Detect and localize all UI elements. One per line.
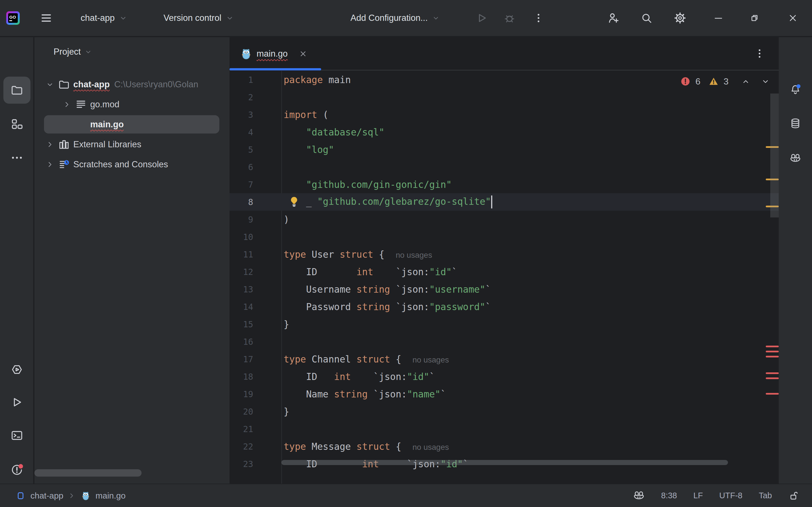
line-number: 12 [230,267,253,277]
window-minimize-button[interactable] [713,0,724,36]
editor-options-button[interactable] [754,48,765,60]
chevron-right-icon[interactable] [43,160,56,169]
vcs-widget-button[interactable]: Version control [163,0,234,36]
breadcrumb-file[interactable]: main.go [96,491,126,501]
error-stripe-mark[interactable] [766,378,779,379]
chevron-down-icon[interactable] [43,80,56,89]
code-line-17[interactable]: 17type Channel struct { no usages [230,350,779,368]
code-line-2[interactable]: 2 [230,89,779,106]
previous-problem-button[interactable] [740,75,752,87]
run-tool-button[interactable] [3,389,31,416]
tree-item-main-go[interactable]: main.go [35,114,230,134]
code-text: import ( [284,109,328,120]
next-problem-button[interactable] [760,75,771,87]
code-line-11[interactable]: 11type User struct { no usages [230,245,779,263]
more-actions-button[interactable] [533,0,544,36]
tree-item-chat-app[interactable]: chat-appC:\Users\ryan0\Golan [35,74,230,94]
main-menu-button[interactable] [40,0,52,36]
error-stripe-mark[interactable] [766,351,779,352]
settings-button[interactable] [673,0,687,36]
code-line-13[interactable]: 13 Username string `json:"username"` [230,281,779,298]
line-number: 1 [230,75,253,85]
structure-icon [10,117,24,131]
error-stripe-mark[interactable] [766,346,779,347]
line-number: 3 [230,110,253,120]
project-panel-header[interactable]: Project [54,47,93,57]
line-separator[interactable]: LF [693,491,703,500]
play-big-icon [10,395,24,409]
file-encoding[interactable]: UTF-8 [719,491,742,500]
code-line-7[interactable]: 7 "github.com/gin-gonic/gin" [230,176,779,193]
problems-icon [10,463,24,476]
code-line-22[interactable]: 22type Message struct { no usages [230,438,779,455]
chevron-right-icon [67,492,76,500]
tree-item-scratches-and-consoles[interactable]: Scratches and Consoles [35,154,230,174]
breadcrumb-project[interactable]: chat-app [31,491,63,501]
unlock-icon[interactable] [788,490,800,501]
run-button[interactable] [475,0,488,36]
code-line-4[interactable]: 4 "database/sql" [230,123,779,141]
code-line-19[interactable]: 19 Name string `json:"name"` [230,385,779,403]
search-everywhere-button[interactable] [640,0,653,36]
editor-hscrollbar[interactable] [282,460,728,465]
terminal-tool-button[interactable] [3,422,31,449]
more-tools-tool-button[interactable] [3,144,31,171]
code-viewport[interactable]: 1package main23import (4 "database/sql"5… [230,71,779,484]
database-button[interactable] [782,110,809,137]
editor-vscrollbar[interactable] [770,94,779,217]
tree-item-external-libraries[interactable]: External Libraries [35,134,230,154]
code-line-9[interactable]: 9) [230,211,779,228]
code-line-10[interactable]: 10 [230,228,779,245]
bell-icon [790,83,801,96]
notifications-button[interactable] [782,76,809,103]
window-restore-button[interactable] [749,0,760,36]
structure-tool-button[interactable] [3,110,31,137]
debug-button[interactable] [503,0,516,36]
code-line-20[interactable]: 20} [230,403,779,420]
tree-item-label: chat-app [73,79,110,90]
caret-position[interactable]: 8:38 [661,491,677,500]
line-number: 2 [230,93,253,102]
code-line-8[interactable]: 8 _ "github.com/glebarez/go-sqlite" [230,193,779,211]
close-icon [787,12,799,24]
problems-tool-button[interactable] [3,456,31,483]
error-stripe-mark[interactable] [766,393,779,395]
breadcrumb: chat-app main.go [15,490,125,502]
error-stripe-mark[interactable] [766,356,779,357]
window-close-button[interactable] [787,0,799,36]
services-tool-button[interactable] [3,356,31,383]
ai-assistant-status-icon[interactable] [633,490,645,502]
code-line-18[interactable]: 18 ID int `json:"id"` [230,368,779,385]
tree-selection [44,115,219,133]
intention-lightbulb-icon[interactable] [287,194,301,209]
goland-logo[interactable]: GO [6,0,20,36]
code-line-15[interactable]: 15} [230,316,779,333]
code-with-me-button[interactable] [607,0,620,36]
tab-main-go[interactable]: main.go [230,37,309,70]
error-badge-icon [679,75,691,87]
inspections-widget[interactable]: 6 3 [679,75,771,87]
tree-item-go-mod[interactable]: go.mod [35,94,230,114]
vcs-widget-label: Version control [163,13,221,23]
chevron-right-icon[interactable] [60,100,73,109]
chevron-right-icon[interactable] [43,140,56,149]
code-line-3[interactable]: 3import ( [230,106,779,123]
code-line-16[interactable]: 16 [230,333,779,350]
project-folder-tool-button[interactable] [3,76,31,104]
tab-close-icon[interactable] [297,48,309,60]
code-text: Username string `json:"username"` [284,284,491,295]
active-tab-underline [230,68,321,70]
run-configuration-button[interactable]: Add Configuration... [350,0,440,36]
line-number: 7 [230,180,253,189]
project-panel-hscrollbar[interactable] [35,469,142,476]
code-line-21[interactable]: 21 [230,420,779,438]
project-widget-button[interactable]: chat-app [81,0,128,36]
indent-style[interactable]: Tab [759,491,772,500]
code-text: type Channel struct { no usages [284,354,449,365]
code-line-14[interactable]: 14 Password string `json:"password"` [230,298,779,316]
code-line-6[interactable]: 6 [230,158,779,176]
code-line-12[interactable]: 12 ID int `json:"id"` [230,263,779,281]
code-line-5[interactable]: 5 "log" [230,141,779,158]
error-stripe-mark[interactable] [766,372,779,374]
ai-assistant-button[interactable] [782,145,809,172]
